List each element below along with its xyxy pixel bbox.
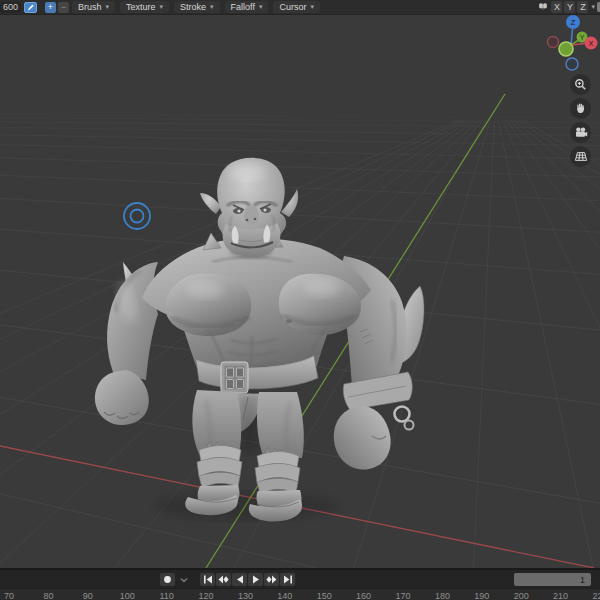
chevron-down-icon: ▾ bbox=[591, 3, 595, 11]
pan-button[interactable] bbox=[570, 98, 591, 119]
record-options-dropdown[interactable] bbox=[176, 573, 191, 586]
playback-controls bbox=[160, 573, 296, 586]
header-menus: Brush ▾ Texture ▾ Stroke ▾ Falloff ▾ Cur… bbox=[72, 1, 320, 13]
menu-falloff[interactable]: Falloff ▾ bbox=[225, 1, 269, 13]
brush-size-field[interactable]: 600 bbox=[0, 2, 21, 13]
symmetry-x-button[interactable]: X bbox=[551, 1, 562, 13]
ruler-tick-label: 120 bbox=[193, 591, 219, 600]
play-reverse-button[interactable] bbox=[232, 573, 247, 586]
current-frame-field[interactable]: 1 bbox=[514, 573, 591, 586]
grid-perspective-icon bbox=[574, 150, 588, 163]
timeline-editor[interactable]: 1 70809010011012013014015016017018019020… bbox=[0, 568, 600, 600]
svg-text:Z: Z bbox=[571, 18, 576, 27]
brush-cursor bbox=[124, 203, 150, 229]
ruler-tick-label: 140 bbox=[272, 591, 298, 600]
jump-to-start-button[interactable] bbox=[200, 573, 215, 586]
ruler-tick-label: 80 bbox=[35, 591, 61, 600]
ruler-tick-label: 160 bbox=[351, 591, 377, 600]
gizmo-neg-z[interactable] bbox=[566, 58, 578, 70]
chevron-down-icon: ▾ bbox=[160, 3, 164, 11]
magnifier-icon bbox=[574, 78, 587, 91]
camera-icon bbox=[574, 126, 588, 139]
jump-to-end-button[interactable] bbox=[280, 573, 295, 586]
viewport-3d[interactable]: Y Z X bbox=[0, 14, 600, 568]
menu-cursor[interactable]: Cursor ▾ bbox=[273, 1, 320, 13]
menu-brush[interactable]: Brush ▾ bbox=[72, 1, 115, 13]
symmetry-options: X Y Z ▾ bbox=[537, 1, 595, 13]
next-keyframe-button[interactable] bbox=[264, 573, 279, 586]
ruler-tick-label: 130 bbox=[232, 591, 258, 600]
ruler-tick-label: 210 bbox=[548, 591, 574, 600]
ruler-tick-label: 200 bbox=[508, 591, 534, 600]
ruler-tick-label: 70 bbox=[0, 591, 22, 600]
chevron-down-icon: ▾ bbox=[259, 3, 263, 11]
menu-stroke[interactable]: Stroke ▾ bbox=[174, 1, 220, 13]
ruler-tick-label: 150 bbox=[311, 591, 337, 600]
remove-brush-button[interactable]: − bbox=[58, 2, 69, 13]
toggle-perspective-button[interactable] bbox=[570, 146, 591, 167]
sculpt-model-orc[interactable] bbox=[95, 158, 424, 522]
navigation-gizmo[interactable]: Y Z X bbox=[548, 15, 598, 70]
ruler-tick-label: 190 bbox=[469, 591, 495, 600]
chevron-down-icon: ▾ bbox=[210, 3, 214, 11]
previous-keyframe-button[interactable] bbox=[216, 573, 231, 586]
ruler-tick-label: 180 bbox=[429, 591, 455, 600]
gizmo-neg-y[interactable] bbox=[559, 42, 573, 56]
svg-text:Y: Y bbox=[580, 34, 585, 41]
viewport-canvas: Y Z X bbox=[0, 14, 600, 568]
blender-window: 600 + − Brush ▾ Texture ▾ Stroke ▾ Fallo… bbox=[0, 0, 600, 600]
ruler-tick-label: 110 bbox=[154, 591, 180, 600]
gizmo-neg-x[interactable] bbox=[548, 37, 559, 48]
svg-text:X: X bbox=[588, 39, 593, 48]
frame-ruler[interactable]: 7080901001101201301401501601701801902002… bbox=[0, 588, 600, 600]
butterfly-symmetry-icon bbox=[537, 1, 549, 13]
zoom-button[interactable] bbox=[570, 74, 591, 95]
ruler-tick-label: 100 bbox=[114, 591, 140, 600]
viewport-tool-column bbox=[570, 74, 591, 167]
record-button[interactable] bbox=[160, 573, 175, 586]
ruler-tick-label: 90 bbox=[75, 591, 101, 600]
play-button[interactable] bbox=[248, 573, 263, 586]
chevron-down-icon: ▾ bbox=[106, 3, 110, 11]
camera-view-button[interactable] bbox=[570, 122, 591, 143]
ruler-tick-label: 220 bbox=[587, 591, 600, 600]
sculpt-mode-header: 600 + − Brush ▾ Texture ▾ Stroke ▾ Fallo… bbox=[0, 0, 600, 15]
add-brush-button[interactable]: + bbox=[45, 2, 56, 13]
ruler-tick-label: 170 bbox=[390, 591, 416, 600]
hand-icon bbox=[574, 102, 587, 115]
menu-texture[interactable]: Texture ▾ bbox=[120, 1, 169, 13]
brush-icon bbox=[26, 3, 35, 12]
chevron-down-icon: ▾ bbox=[310, 3, 314, 11]
active-brush-button[interactable] bbox=[24, 2, 37, 13]
symmetry-z-button[interactable]: Z bbox=[577, 1, 588, 13]
symmetry-y-button[interactable]: Y bbox=[564, 1, 575, 13]
